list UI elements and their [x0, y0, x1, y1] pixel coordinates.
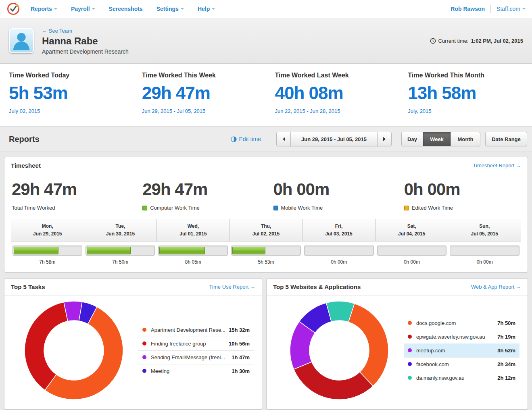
- legend-value: 7h 19m: [497, 334, 515, 340]
- stat-title: Time Worked Last Week: [275, 72, 399, 79]
- progress-fill: [87, 247, 131, 254]
- progress-track: [13, 246, 82, 256]
- summary-value: 29h 47m: [142, 180, 266, 199]
- see-team-link[interactable]: ← See Team: [42, 28, 72, 34]
- summary-label: Mobile Work Time: [281, 205, 323, 211]
- legend-value: 3h 52m: [497, 348, 515, 354]
- day-bar-cell: [11, 246, 84, 256]
- day-bar-cell: [156, 246, 229, 256]
- view-week-button[interactable]: Week: [423, 132, 451, 146]
- legend-item[interactable]: facebook.com 2h 34m: [404, 357, 519, 371]
- view-day-button[interactable]: Day: [401, 132, 423, 146]
- legend-item[interactable]: Apartment Development Rese... 15h 32m: [138, 323, 254, 337]
- nav-reports-label: Reports: [31, 6, 52, 12]
- day-header-sun[interactable]: Sun,Jul 05, 2015: [448, 219, 521, 241]
- summary-mobile: 0h 00m Mobile Work Time: [266, 180, 397, 211]
- stat-period: Jun 29, 2015 - Jul 05, 2015: [142, 108, 266, 114]
- day-bar-cell: [303, 246, 376, 256]
- nav-screenshots[interactable]: Screenshots: [109, 6, 143, 12]
- stat-title: Time Worked This Week: [142, 72, 266, 79]
- prev-week-button[interactable]: [276, 132, 291, 146]
- summary-label: Edited Work Time: [412, 205, 453, 211]
- progress-fill: [14, 247, 58, 254]
- legend-item[interactable]: Meeting 1h 30m: [138, 364, 254, 378]
- day-header-sat[interactable]: Sat,Jul 04, 2015: [375, 219, 449, 241]
- series-dot-icon: [408, 376, 412, 380]
- top-nav: Reports Payroll Screenshots Settings Hel…: [0, 0, 532, 18]
- main-menu: Reports Payroll Screenshots Settings Hel…: [31, 6, 215, 12]
- day-bar-cell: [84, 246, 157, 256]
- legend-label: Apartment Development Rese...: [151, 327, 229, 333]
- summary-edited: 0h 00m Edited Work Time: [397, 180, 528, 211]
- computer-time-swatch-icon: [142, 206, 147, 210]
- legend-item[interactable]: docs.google.com 7h 50m: [404, 316, 519, 330]
- legend-label: Meeting: [151, 368, 232, 374]
- edit-time-link[interactable]: Edit time: [231, 136, 261, 142]
- timesheet-card: Timesheet Timesheet Report → 29h 47m Tot…: [4, 157, 528, 273]
- legend-label: epwgate.waverley.nsw.gov.au: [416, 334, 497, 340]
- legend-value: 15h 32m: [229, 327, 250, 333]
- web-app-report-link[interactable]: Web & App Report →: [471, 284, 521, 290]
- day-header-tue[interactable]: Tue,Jun 30, 2015: [84, 219, 157, 241]
- nav-reports[interactable]: Reports: [31, 6, 57, 12]
- summary-value: 0h 00m: [404, 180, 528, 199]
- stat-period: July, 2015: [408, 108, 532, 114]
- view-month-button[interactable]: Month: [451, 132, 480, 146]
- timesheet-report-link[interactable]: Timesheet Report →: [473, 162, 521, 169]
- series-dot-icon: [142, 369, 146, 373]
- staff-logo-icon[interactable]: [6, 2, 20, 16]
- day-header-fri[interactable]: Fri,Jul 03, 2015: [302, 219, 376, 241]
- legend-value: 1h 30m: [232, 368, 250, 374]
- current-time-value: 1:02 PM, Jul 02, 2015: [471, 38, 523, 44]
- timesheet-week-table: Mon,Jun 29, 2015 Tue,Jun 30, 2015 Wed,Ju…: [4, 219, 528, 272]
- stats-band: Time Worked Today 5h 53m July 02, 2015 T…: [0, 64, 532, 127]
- legend-item[interactable]: Sending Email/Message (freel... 1h 47m: [138, 350, 254, 364]
- tasks-donut-chart[interactable]: [23, 300, 125, 401]
- stat-value: 13h 58m: [408, 83, 532, 103]
- summary-value: 0h 00m: [273, 180, 397, 199]
- day-header-mon[interactable]: Mon,Jun 29, 2015: [11, 219, 84, 241]
- avatar: [9, 28, 34, 53]
- current-time-label: Current time:: [438, 38, 469, 44]
- websites-donut-chart[interactable]: [288, 300, 390, 401]
- chevron-left-icon: [281, 137, 285, 141]
- legend-label: da.manly.nsw.gov.au: [416, 375, 497, 381]
- nav-settings[interactable]: Settings: [156, 6, 184, 12]
- nav-help[interactable]: Help: [198, 6, 215, 12]
- mobile-time-swatch-icon: [273, 206, 278, 210]
- next-week-button[interactable]: [377, 132, 392, 146]
- legend-item[interactable]: Finding freelance group 10h 56m: [138, 337, 254, 350]
- websites-legend: docs.google.com 7h 50m epwgate.waverley.…: [404, 316, 519, 385]
- summary-computer: 29h 47m Computer Work Time: [135, 180, 266, 211]
- time-use-report-link[interactable]: Time Use Report →: [209, 284, 255, 290]
- progress-track: [231, 246, 301, 256]
- legend-value: 2h 12m: [497, 375, 515, 381]
- top-websites-card: Top 5 Websites & Applications Web & App …: [266, 278, 528, 410]
- legend-item-highlighted[interactable]: meetup.com 3h 52m: [404, 343, 519, 357]
- legend-value: 1h 47m: [232, 354, 250, 360]
- legend-value: 7h 50m: [497, 320, 515, 326]
- account-menu[interactable]: Staff.com: [497, 6, 526, 12]
- top-tasks-card: Top 5 Tasks Time Use Report → Apartment …: [4, 278, 262, 410]
- legend-item[interactable]: epwgate.waverley.nsw.gov.au 7h 19m: [404, 330, 519, 343]
- current-user-link[interactable]: Rob Rawson: [451, 6, 485, 12]
- progress-track: [450, 246, 519, 256]
- nav-payroll[interactable]: Payroll: [71, 6, 95, 12]
- chevron-down-icon: [522, 8, 526, 11]
- day-bar-cell: [448, 246, 521, 256]
- tasks-legend: Apartment Development Rese... 15h 32m Fi…: [138, 323, 254, 378]
- date-range-display[interactable]: Jun 29, 2015 - Jul 05, 2015: [290, 132, 378, 146]
- day-total: 0h 00m: [303, 259, 376, 265]
- progress-track: [86, 246, 155, 256]
- stat-value: 5h 53m: [9, 83, 133, 103]
- progress-fill: [159, 247, 204, 254]
- legend-label: facebook.com: [416, 361, 497, 367]
- progress-track: [377, 246, 447, 256]
- legend-item[interactable]: da.manly.nsw.gov.au 2h 12m: [404, 371, 519, 385]
- day-header-thu[interactable]: Thu,Jul 02, 2015: [229, 219, 303, 241]
- date-nav: Jun 29, 2015 - Jul 05, 2015: [276, 132, 392, 146]
- date-range-button[interactable]: Date Range: [485, 132, 527, 146]
- progress-fill: [232, 247, 265, 254]
- day-header-wed[interactable]: Wed,Jul 01, 2015: [156, 219, 230, 241]
- summary-label: Total Time Worked: [12, 205, 55, 211]
